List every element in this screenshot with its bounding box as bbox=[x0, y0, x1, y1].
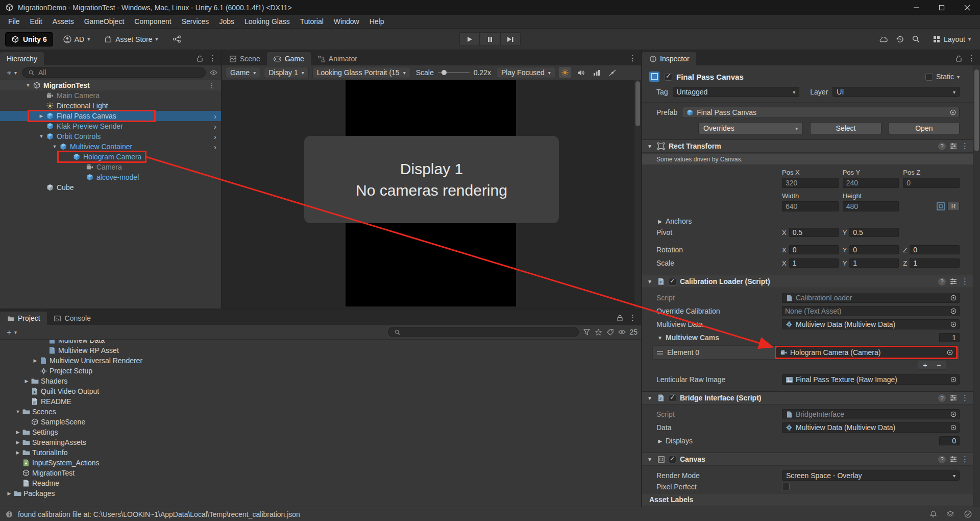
expand-arrow[interactable]: ▶ bbox=[5, 491, 13, 496]
help-icon[interactable]: ? bbox=[938, 456, 946, 463]
component-menu-icon[interactable]: ⋮ bbox=[961, 277, 969, 286]
overrides-dropdown[interactable]: Overrides▾ bbox=[698, 122, 803, 134]
help-icon[interactable]: ? bbox=[938, 394, 946, 402]
gameobject-name[interactable]: Final Pass Canvas bbox=[676, 73, 744, 81]
lock-icon[interactable] bbox=[954, 54, 963, 62]
maximize-button[interactable] bbox=[929, 0, 954, 15]
menu-services[interactable]: Services bbox=[177, 15, 214, 28]
notifications-bell-icon[interactable] bbox=[929, 510, 937, 518]
stats-icon[interactable] bbox=[591, 67, 603, 78]
search-by-type-icon[interactable] bbox=[582, 328, 591, 336]
menu-gameobject[interactable]: GameObject bbox=[79, 15, 130, 28]
hierarchy-item-hologram-camera[interactable]: Hologram Camera bbox=[0, 152, 221, 162]
scene-visibility-icon[interactable] bbox=[209, 68, 217, 77]
component-menu-icon[interactable]: ⋮ bbox=[961, 393, 969, 402]
progress-check-icon[interactable] bbox=[964, 510, 972, 518]
status-message[interactable]: found calibration file at: C:\Users\LOOK… bbox=[18, 510, 300, 518]
scene-options-icon[interactable]: ⋮ bbox=[208, 81, 221, 89]
pivot-x-field[interactable]: 0.5 bbox=[789, 228, 839, 237]
expand-arrow[interactable]: ▶ bbox=[22, 378, 31, 384]
select-button[interactable]: Select bbox=[810, 122, 881, 134]
foldout-arrow[interactable]: ▶ bbox=[656, 219, 664, 224]
project-item-multiview-data[interactable]: Multiview Data bbox=[0, 340, 641, 345]
tab-game[interactable]: Game bbox=[267, 52, 311, 65]
project-item-migrationtest[interactable]: MigrationTest bbox=[0, 468, 641, 478]
rotation-x-field[interactable]: 0 bbox=[789, 245, 839, 254]
component-enabled-checkbox[interactable] bbox=[669, 278, 676, 286]
menu-looking-glass[interactable]: Looking Glass bbox=[239, 15, 295, 28]
tab-inspector[interactable]: Inspector bbox=[642, 52, 696, 65]
foldout-arrow[interactable]: ▼ bbox=[646, 457, 653, 462]
project-item-readme[interactable]: README bbox=[0, 396, 641, 407]
tag-dropdown[interactable]: Untagged▾ bbox=[673, 87, 800, 97]
array-size-field[interactable]: 1 bbox=[939, 333, 960, 342]
foldout-arrow[interactable]: ▼ bbox=[646, 279, 653, 285]
expand-arrow[interactable]: ▶ bbox=[14, 450, 22, 455]
open-prefab-arrow[interactable]: › bbox=[214, 143, 221, 151]
width-field[interactable]: 640 bbox=[782, 201, 839, 211]
height-field[interactable]: 480 bbox=[843, 201, 899, 211]
expand-arrow[interactable]: ▼ bbox=[23, 83, 33, 88]
hidden-items-eye-icon[interactable] bbox=[618, 328, 626, 336]
calibration-loader-header[interactable]: ▼ # Calibration Loader (Script) ? ⋮ bbox=[642, 275, 973, 288]
mute-audio-icon[interactable] bbox=[575, 67, 587, 78]
object-picker-icon[interactable] bbox=[950, 109, 956, 115]
rect-transform-header[interactable]: ▼ Rect Transform ? ⋮ bbox=[642, 139, 973, 153]
undo-history-icon[interactable] bbox=[896, 35, 904, 43]
component-enabled-checkbox[interactable] bbox=[669, 456, 676, 463]
static-checkbox[interactable] bbox=[925, 73, 933, 81]
layout-dropdown[interactable]: Layout ▾ bbox=[928, 32, 975, 46]
hierarchy-item-migrationtest[interactable]: ▼MigrationTest⋮ bbox=[0, 80, 221, 90]
account-dropdown[interactable]: AD ▾ bbox=[59, 32, 94, 46]
object-picker-icon[interactable] bbox=[950, 308, 957, 314]
menu-assets[interactable]: Assets bbox=[47, 15, 79, 28]
panel-menu-icon[interactable]: ⋮ bbox=[629, 313, 636, 322]
scale-y-field[interactable]: 1 bbox=[849, 258, 899, 268]
pixel-perfect-checkbox[interactable] bbox=[782, 483, 790, 490]
component-enabled-checkbox[interactable] bbox=[669, 394, 676, 402]
project-item-settings[interactable]: ▶Settings bbox=[0, 427, 641, 437]
expand-arrow[interactable]: ▶ bbox=[14, 440, 22, 445]
game-mode-dropdown[interactable]: Game▾ bbox=[226, 67, 260, 78]
multiview-data-field[interactable]: Multiview Data (Multiview Data) bbox=[782, 319, 960, 329]
label-icon[interactable] bbox=[606, 328, 614, 336]
hierarchy-search-input[interactable]: All bbox=[22, 67, 206, 78]
raw-edit-toggle[interactable]: R bbox=[947, 202, 960, 211]
add-element-button[interactable]: + bbox=[918, 361, 932, 369]
slider-knob[interactable] bbox=[442, 70, 447, 75]
resolution-dropdown[interactable]: Looking Glass Portrait (15▾ bbox=[312, 67, 410, 78]
menu-edit[interactable]: Edit bbox=[25, 15, 47, 28]
hierarchy-item-cube[interactable]: Cube bbox=[0, 182, 221, 193]
pivot-y-field[interactable]: 0.5 bbox=[849, 228, 899, 237]
hierarchy-item-main-camera[interactable]: Main Camera bbox=[0, 90, 221, 101]
play-focused-dropdown[interactable]: Play Focused▾ bbox=[497, 67, 555, 78]
expand-arrow[interactable]: ▼ bbox=[14, 409, 22, 414]
cloud-icon[interactable] bbox=[879, 35, 888, 43]
help-icon[interactable]: ? bbox=[938, 278, 946, 286]
project-item-streamingassets[interactable]: ▶StreamingAssets bbox=[0, 437, 641, 447]
foldout-arrow[interactable]: ▶ bbox=[656, 438, 664, 444]
asset-labels-section[interactable]: Asset Labels bbox=[642, 493, 973, 506]
search-icon[interactable] bbox=[912, 35, 920, 43]
hierarchy-item-orbit-controls[interactable]: ▼Orbit Controls› bbox=[0, 131, 221, 141]
tab-hierarchy[interactable]: Hierarchy bbox=[0, 52, 44, 65]
frame-debugger-icon[interactable] bbox=[559, 67, 571, 78]
override-calibration-field[interactable]: None (Text Asset) bbox=[782, 306, 960, 316]
bridge-interface-header[interactable]: ▼ # Bridge Interface (Script) ? ⋮ bbox=[642, 391, 973, 405]
object-picker-icon[interactable] bbox=[950, 295, 957, 301]
project-item-multiview-universal-renderer[interactable]: ▶Multiview Universal Renderer bbox=[0, 356, 641, 366]
step-button[interactable] bbox=[500, 32, 521, 46]
panel-menu-icon[interactable]: ⋮ bbox=[968, 54, 975, 63]
open-prefab-arrow[interactable]: › bbox=[214, 112, 221, 121]
create-button[interactable]: ＋▾ bbox=[4, 327, 18, 337]
object-picker-icon[interactable] bbox=[950, 376, 957, 383]
hierarchy-item-multiview-container[interactable]: ▼Multiview Container› bbox=[0, 141, 221, 152]
object-picker-icon[interactable] bbox=[950, 411, 957, 417]
menu-component[interactable]: Component bbox=[129, 15, 176, 28]
menu-jobs[interactable]: Jobs bbox=[214, 15, 239, 28]
expand-arrow[interactable]: ▼ bbox=[37, 134, 46, 139]
active-checkbox[interactable] bbox=[665, 73, 672, 81]
panel-menu-icon[interactable]: ⋮ bbox=[629, 54, 636, 63]
object-picker-icon[interactable] bbox=[947, 349, 953, 356]
object-picker-icon[interactable] bbox=[950, 321, 957, 327]
